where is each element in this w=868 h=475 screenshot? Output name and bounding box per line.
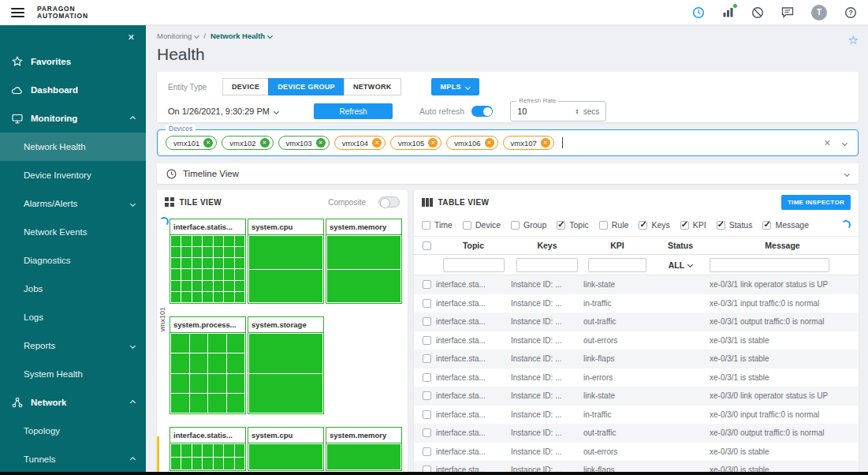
filter-topic[interactable]: Topic — [557, 220, 589, 230]
keys-filter-input[interactable] — [516, 258, 578, 272]
chip-remove-icon[interactable]: ✕ — [485, 138, 494, 148]
device-chip[interactable]: vmx105 ✕ — [390, 136, 441, 150]
time-machine-icon[interactable] — [692, 6, 705, 19]
device-chip[interactable]: vmx106 ✕ — [446, 136, 497, 150]
checkbox-checked[interactable] — [557, 221, 565, 230]
table-row[interactable]: interface.sta...Instance ID: ...out-erro… — [414, 331, 859, 350]
filter-rule[interactable]: Rule — [599, 220, 629, 230]
breadcrumb-network-health[interactable]: Network Health — [210, 32, 272, 40]
chip-remove-icon[interactable]: ✕ — [541, 138, 550, 148]
benchmark-icon[interactable] — [722, 6, 734, 18]
refresh-rate-value[interactable]: 10 — [517, 107, 575, 116]
table-row[interactable]: interface.sta...Instance ID: ...link-sta… — [414, 387, 859, 406]
table-row[interactable]: interface.sta...Instance ID: ...out-traf… — [414, 312, 859, 331]
kpi-filter-input[interactable] — [588, 258, 646, 272]
topic-filter-input[interactable] — [443, 258, 505, 272]
sidebar-item-reports[interactable]: Reports — [0, 331, 146, 360]
filter-status[interactable]: Status — [717, 220, 753, 230]
table-row[interactable]: interface.sta...Instance ID: ...out-traf… — [414, 424, 859, 443]
sidebar-item-tunnels[interactable]: Tunnels — [0, 445, 146, 473]
feedback-icon[interactable] — [781, 6, 794, 18]
filter-group[interactable]: Group — [511, 220, 546, 230]
menu-icon[interactable] — [11, 8, 24, 17]
table-row[interactable]: interface.sta...Instance ID: ...in-traff… — [414, 406, 859, 425]
chip-remove-icon[interactable]: ✕ — [260, 138, 270, 148]
treemap-cells[interactable] — [248, 333, 323, 413]
row-checkbox[interactable] — [423, 447, 431, 456]
column-header-status[interactable]: Status — [651, 241, 710, 250]
row-checkbox[interactable] — [423, 391, 431, 400]
sidebar-item-dashboard[interactable]: Dashboard — [0, 76, 146, 104]
row-checkbox[interactable] — [423, 336, 431, 345]
treemap-tile[interactable]: system.cpu — [248, 427, 324, 471]
device-chip[interactable]: vmx107 ✕ — [503, 136, 554, 150]
message-filter-input[interactable] — [710, 258, 829, 272]
filter-kpi[interactable]: KPI — [680, 220, 706, 230]
sidebar-item-diagnostics[interactable]: Diagnostics — [0, 246, 146, 275]
device-chip[interactable]: vmx101 ✕ — [166, 136, 217, 150]
checkbox[interactable] — [511, 221, 520, 230]
treemap-tile[interactable]: system.cpu — [248, 219, 324, 304]
sidebar-item-logs[interactable]: Logs — [0, 303, 146, 331]
treemap-tile[interactable]: system.memory — [326, 427, 402, 471]
treemap-cells[interactable] — [170, 235, 245, 303]
sidebar-item-system-health[interactable]: System Health — [0, 360, 146, 388]
mpls-dropdown-button[interactable]: MPLS — [431, 78, 479, 95]
chevron-down-icon[interactable] — [844, 170, 850, 176]
device-chip[interactable]: vmx103 ✕ — [278, 136, 330, 150]
column-header-keys[interactable]: Keys — [511, 241, 583, 250]
chip-remove-icon[interactable]: ✕ — [316, 138, 326, 148]
column-header-kpi[interactable]: KPI — [583, 241, 651, 250]
sidebar-item-jobs[interactable]: Jobs — [0, 275, 146, 303]
row-checkbox[interactable] — [423, 428, 431, 437]
checkbox[interactable] — [463, 221, 471, 230]
filter-keys[interactable]: Keys — [639, 220, 669, 230]
checkbox-checked[interactable] — [639, 221, 647, 230]
entity-device-button[interactable]: DEVICE — [222, 78, 269, 95]
user-avatar[interactable]: T — [811, 5, 827, 21]
row-checkbox[interactable] — [423, 317, 431, 326]
datetime-dropdown[interactable]: On 1/26/2021, 9:30:29 PM — [168, 107, 314, 116]
time-inspector-button[interactable]: TIME INSPECTOR — [781, 195, 851, 210]
select-all-checkbox[interactable] — [423, 241, 431, 250]
chip-remove-icon[interactable]: ✕ — [372, 138, 382, 148]
treemap-tile[interactable]: interface.statis... — [170, 219, 246, 304]
row-checkbox[interactable] — [423, 299, 431, 308]
treemap-tile[interactable]: system.memory — [326, 219, 402, 304]
auto-refresh-toggle[interactable] — [471, 106, 493, 117]
clear-all-icon[interactable]: ✕ — [824, 138, 831, 148]
treemap-cells[interactable] — [326, 443, 401, 470]
timeline-view-bar[interactable]: Timeline View — [157, 163, 859, 184]
table-row[interactable]: interface.sta...Instance ID: ...link-fla… — [414, 461, 859, 473]
table-row[interactable]: interface.sta...Instance ID: ...link-fla… — [414, 350, 859, 368]
sidebar-item-network[interactable]: Network — [0, 388, 146, 417]
treemap-tile[interactable]: interface.statis... — [170, 427, 246, 471]
chip-remove-icon[interactable]: ✕ — [203, 138, 213, 148]
treemap-tile[interactable]: system.process... — [170, 316, 246, 414]
table-row[interactable]: interface.sta...Instance ID: ...link-sta… — [414, 275, 859, 294]
checkbox[interactable] — [422, 221, 430, 230]
sidebar-item-topology[interactable]: Topology — [0, 417, 146, 445]
checkbox[interactable] — [599, 221, 608, 230]
table-row[interactable]: interface.sta...Instance ID: ...out-erro… — [414, 443, 859, 462]
sidebar-item-network-health[interactable]: Network Health — [0, 133, 146, 161]
disabled-icon[interactable] — [751, 6, 764, 19]
favorite-star-icon[interactable]: ☆ — [848, 33, 859, 47]
treemap-cells[interactable] — [326, 235, 401, 303]
checkbox-checked[interactable] — [680, 221, 689, 230]
chip-remove-icon[interactable]: ✕ — [428, 138, 438, 148]
sidebar-item-network-events[interactable]: Network Events — [0, 218, 146, 246]
treemap-tile[interactable]: system.storage — [248, 316, 324, 414]
column-header-topic[interactable]: Topic — [436, 241, 511, 250]
sidebar-item-device-inventory[interactable]: Device Inventory — [0, 161, 146, 189]
treemap-cells[interactable] — [170, 333, 245, 413]
table-row[interactable]: interface.sta...Instance ID: ...in-traff… — [414, 294, 859, 313]
entity-device-group-button[interactable]: DEVICE GROUP — [268, 78, 345, 95]
checkbox-checked[interactable] — [762, 221, 771, 230]
refresh-button[interactable]: Refresh — [314, 103, 393, 119]
filter-time[interactable]: Time — [422, 220, 453, 230]
checkbox-checked[interactable] — [717, 221, 725, 230]
row-checkbox[interactable] — [423, 373, 431, 382]
device-chip[interactable]: vmx102 ✕ — [222, 136, 273, 150]
refresh-rate-stepper[interactable]: ▲▼ — [575, 108, 579, 114]
